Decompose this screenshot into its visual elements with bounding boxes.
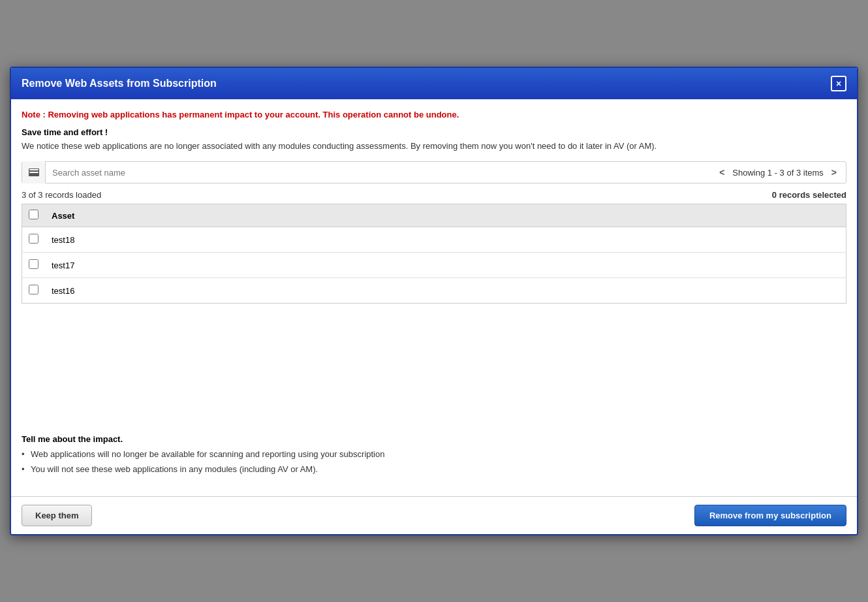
asset-name-cell: test18 <box>45 227 846 253</box>
warning-note: Note : Removing web applications has per… <box>22 110 846 119</box>
save-time-text: We notice these web applications are no … <box>22 140 846 153</box>
asset-name-cell: test16 <box>45 278 846 304</box>
pagination-info: < Showing 1 - 3 of 3 items > <box>710 166 846 179</box>
row-checkbox[interactable] <box>29 285 39 294</box>
row-checkbox[interactable] <box>29 259 39 269</box>
list-icon <box>29 168 39 176</box>
pagination-text: Showing 1 - 3 of 3 items <box>732 168 823 178</box>
row-checkbox-cell <box>22 227 46 253</box>
table-header-row: Asset <box>22 204 846 227</box>
prev-page-button[interactable]: < <box>717 166 727 179</box>
empty-space <box>22 304 846 421</box>
row-checkbox-cell <box>22 278 46 304</box>
row-checkbox-cell <box>22 253 46 278</box>
table-row: test17 <box>22 253 846 278</box>
table-row: test18 <box>22 227 846 253</box>
dialog-footer: Keep them Remove from my subscription <box>11 496 857 534</box>
asset-name-cell: test17 <box>45 253 846 278</box>
impact-list: Web applications will no longer be avail… <box>22 448 846 475</box>
dialog-title: Remove Web Assets from Subscription <box>22 78 217 89</box>
remove-web-assets-dialog: Remove Web Assets from Subscription × No… <box>10 67 858 536</box>
impact-heading: Tell me about the impact. <box>22 434 846 444</box>
keep-button[interactable]: Keep them <box>22 505 92 526</box>
remove-button[interactable]: Remove from my subscription <box>694 505 846 526</box>
search-bar: < Showing 1 - 3 of 3 items > <box>22 161 846 183</box>
close-button[interactable]: × <box>831 76 846 91</box>
save-time-heading: Save time and effort ! <box>22 127 846 137</box>
impact-list-item: You will not see these web applications … <box>22 463 846 476</box>
impact-section: Tell me about the impact. Web applicatio… <box>22 434 846 475</box>
dialog-body: Note : Removing web applications has per… <box>11 99 857 497</box>
search-icon-button[interactable] <box>22 161 46 183</box>
select-all-checkbox[interactable] <box>29 210 39 219</box>
select-all-header <box>22 204 46 227</box>
records-info: 3 of 3 records loaded 0 records selected <box>22 190 846 200</box>
asset-table: Asset test18 test17 test16 <box>22 204 846 304</box>
row-checkbox[interactable] <box>29 234 39 244</box>
next-page-button[interactable]: > <box>829 166 839 179</box>
asset-table-body: test18 test17 test16 <box>22 227 846 304</box>
records-selected-text: 0 records selected <box>772 190 846 200</box>
dialog-header: Remove Web Assets from Subscription × <box>11 68 857 99</box>
search-input[interactable] <box>46 162 710 183</box>
table-row: test16 <box>22 278 846 304</box>
records-loaded-text: 3 of 3 records loaded <box>22 190 101 200</box>
impact-list-item: Web applications will no longer be avail… <box>22 448 846 461</box>
asset-column-header: Asset <box>45 204 846 227</box>
